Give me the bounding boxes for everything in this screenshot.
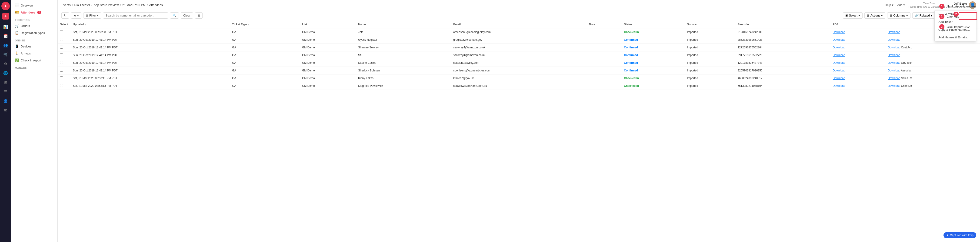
step-1-text: Navigate to Attendees — [947, 4, 976, 9]
star-button[interactable]: ★ ▾ — [71, 12, 81, 19]
nav-icon-cart[interactable]: 🛒 — [2, 50, 10, 59]
cell-list-1: GM Demo — [300, 36, 356, 44]
columns-button[interactable]: ⊟ Columns ▾ — [887, 12, 910, 19]
cell-name-4: Sabine Caslett — [356, 59, 451, 67]
cell-barcode-7: 6613283211078104 — [735, 82, 830, 90]
cell-pdf-5[interactable]: Download — [830, 67, 886, 75]
cell-barcode-4: 1291781535487848 — [735, 59, 830, 67]
row-checkbox-2[interactable] — [60, 46, 63, 49]
header-add-label: Add — [897, 3, 902, 7]
sidebar-item-checkin-report[interactable]: ✅ Check in report — [11, 57, 57, 64]
nav-icon-globe[interactable]: 🌐 — [2, 69, 10, 77]
row-checkbox-6[interactable] — [60, 76, 63, 80]
cell-note-2 — [587, 44, 622, 51]
sidebar-item-devices-label: Devices — [21, 45, 32, 48]
cell-extra-6: Download Sales Re — [886, 75, 980, 82]
overview-icon: 📊 — [15, 3, 19, 7]
cell-source-0: Imported — [685, 28, 735, 36]
columns-icon: ⊟ — [890, 14, 892, 17]
sidebar-item-orders[interactable]: 🛒 Orders — [11, 22, 57, 29]
breadcrumb-sep-3: / — [120, 3, 121, 7]
actions-icon: ⊞ — [867, 14, 870, 17]
nav-icon-calendar[interactable]: 📅 — [2, 32, 10, 40]
cell-status-2: Confirmed — [622, 44, 685, 51]
nav-icon-grid[interactable]: ⊞ — [2, 78, 10, 86]
nav-icon-settings[interactable]: ⚙ — [2, 60, 10, 68]
sidebar-item-registration[interactable]: 📋 Registration types — [11, 29, 57, 36]
cell-updated-4: Sun, 20 Oct 2019 12:41:14 PM PDT — [70, 59, 230, 67]
cell-pdf-2[interactable]: Download — [830, 44, 886, 51]
cell-pdf-6[interactable]: Download — [830, 75, 886, 82]
cell-list-7: GM Demo — [300, 82, 356, 90]
actions-chevron: ▾ — [881, 14, 883, 17]
sidebar-item-devices[interactable]: 📱 Devices — [11, 43, 57, 50]
help-button[interactable]: Help ▾ — [885, 3, 894, 7]
orders-icon: 🛒 — [15, 24, 19, 28]
cell-status-6: Checked In — [622, 75, 685, 82]
cell-pdf-7[interactable]: Download — [830, 82, 886, 90]
cell-pdf-4[interactable]: Download — [830, 59, 886, 67]
columns-toggle-button[interactable]: ⊞ — [195, 12, 202, 19]
row-checkbox-0[interactable] — [60, 30, 63, 33]
breadcrumb-events[interactable]: Events — [61, 3, 71, 7]
select-icon: ▣ — [845, 14, 848, 17]
clear-label: Clear — [183, 14, 191, 17]
breadcrumb-rio[interactable]: Rio Theater — [74, 3, 90, 7]
sidebar-item-arrivals[interactable]: 🚶 Arrivals — [11, 50, 57, 57]
nav-icon-user[interactable]: 👤 — [2, 97, 10, 105]
related-button[interactable]: 🔗 Related ▾ — [912, 12, 935, 19]
col-note: Note — [587, 21, 622, 28]
registration-icon: 📋 — [15, 31, 19, 35]
col-ticket-type[interactable]: Ticket Type ↑ — [230, 21, 300, 28]
nav-icon-people[interactable]: 👥 — [2, 41, 10, 49]
row-checkbox-7[interactable] — [60, 84, 63, 87]
col-barcode: Barcode — [735, 21, 830, 28]
sidebar-item-overview[interactable]: 📊 Overview — [11, 2, 57, 9]
cell-barcode-3: 2917715613592720 — [735, 51, 830, 59]
cell-note-6 — [587, 75, 622, 82]
step-3: 3 Click Import CSV — [939, 24, 976, 29]
breadcrumb-app-store[interactable]: App Store Preview — [94, 3, 119, 7]
row-checkbox-5[interactable] — [60, 68, 63, 72]
nav-icon-chart[interactable]: 📊 — [2, 22, 10, 31]
col-list: List — [300, 21, 356, 28]
cell-source-2: Imported — [685, 44, 735, 51]
header-add-button[interactable]: Add ▾ — [897, 3, 905, 7]
nav-icon-list[interactable]: ☰ — [2, 88, 10, 96]
refresh-button[interactable]: ↻ — [61, 12, 69, 19]
sidebar-item-attendees[interactable]: 🎫 Attendees 1 — [11, 9, 57, 16]
nav-icon-mail[interactable]: ✉ — [2, 106, 10, 115]
cell-status-1: Confirmed — [622, 36, 685, 44]
filter-chevron: ▾ — [97, 14, 99, 17]
col-updated[interactable]: Updated ↕ — [70, 21, 230, 28]
search-button[interactable]: 🔍 — [170, 12, 179, 19]
sidebar-item-registration-label: Registration types — [21, 31, 45, 35]
cell-source-5: Imported — [685, 67, 735, 75]
select-button[interactable]: ▣ Select ▾ — [843, 12, 862, 19]
app-logo: ● — [2, 2, 10, 10]
cell-email-4: scasletta@wiley.com — [451, 59, 587, 67]
cell-pdf-0[interactable]: Download — [830, 28, 886, 36]
search-input[interactable] — [103, 12, 168, 19]
row-checkbox-3[interactable] — [60, 53, 63, 56]
cell-ticket-type-5: GA — [230, 67, 300, 75]
step-2: 2 Click Add — [939, 14, 976, 19]
cell-note-0 — [587, 28, 622, 36]
cell-status-7: Checked In — [622, 82, 685, 90]
clear-button[interactable]: Clear — [181, 12, 193, 19]
cell-pdf-3[interactable]: Download — [830, 51, 886, 59]
related-chevron: ▾ — [931, 14, 932, 17]
cell-pdf-1[interactable]: Download — [830, 36, 886, 44]
row-checkbox-4[interactable] — [60, 61, 63, 64]
cell-name-1: Gypsy Rogister — [356, 36, 451, 44]
cell-list-2: GM Demo — [300, 44, 356, 51]
row-checkbox-1[interactable] — [60, 38, 63, 41]
actions-button[interactable]: ⊞ Actions ▾ — [864, 12, 886, 19]
breadcrumb-date[interactable]: 21 Mar 07:00 PM — [123, 3, 146, 7]
breadcrumb-attendees[interactable]: Attendees — [149, 3, 163, 7]
cell-list-6: GM Demo — [300, 75, 356, 82]
col-name: Name — [356, 21, 451, 28]
global-add-button[interactable]: + — [2, 13, 9, 19]
filter-button[interactable]: ⊟ Filter ▾ — [83, 12, 101, 19]
cell-barcode-1: 2852839989651428 — [735, 36, 830, 44]
